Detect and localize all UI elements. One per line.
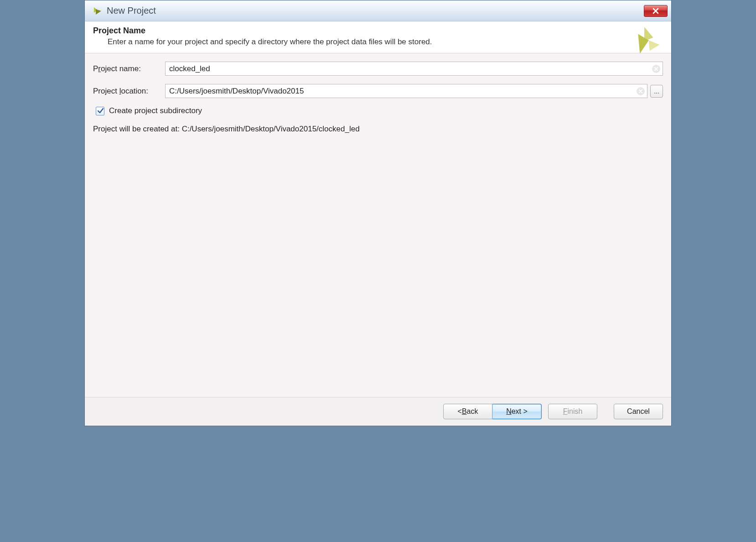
browse-location-button[interactable]: ... [650, 85, 663, 98]
wizard-header: Project Name Enter a name for your proje… [85, 21, 671, 53]
titlebar[interactable]: New Project [85, 0, 671, 21]
next-button[interactable]: Next > [492, 404, 542, 419]
wizard-footer: < Back Next > Finish Cancel [85, 397, 671, 426]
create-subdir-row: Create project subdirectory [96, 106, 663, 115]
project-location-label: Project location: [93, 87, 165, 96]
clear-location-icon[interactable] [637, 87, 645, 95]
page-title: Project Name [93, 26, 663, 36]
dialog-window: New Project Project Name Enter a name fo… [84, 0, 672, 426]
project-name-row: Project name: [93, 62, 663, 76]
clear-name-icon[interactable] [652, 65, 660, 73]
wizard-content: Project name: Project location: [85, 53, 671, 397]
project-path-status: Project will be created at: C:/Users/joe… [93, 125, 663, 134]
back-button[interactable]: < Back [443, 404, 492, 419]
app-icon [91, 5, 102, 16]
create-subdir-checkbox[interactable] [96, 107, 104, 115]
xilinx-brand-icon [627, 25, 663, 61]
close-button[interactable] [644, 5, 668, 17]
window-title: New Project [107, 5, 644, 16]
project-name-label: Project name: [93, 64, 165, 73]
project-location-input[interactable] [165, 84, 647, 98]
project-location-row: Project location: ... [93, 84, 663, 98]
project-name-input[interactable] [165, 62, 663, 76]
finish-button: Finish [548, 404, 597, 419]
create-subdir-label: Create project subdirectory [109, 106, 202, 115]
cancel-button[interactable]: Cancel [614, 404, 663, 419]
page-description: Enter a name for your project and specif… [108, 37, 545, 47]
